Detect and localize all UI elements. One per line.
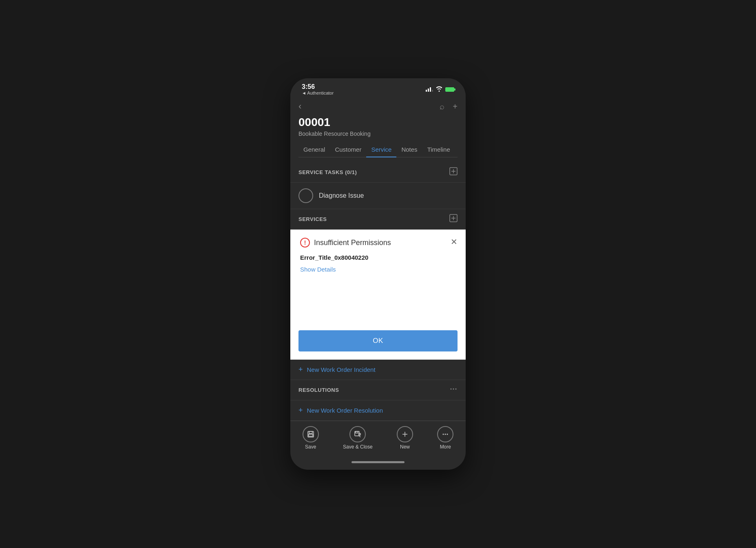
services-section: SERVICES <box>290 209 466 230</box>
resolutions-more-icon[interactable] <box>449 385 458 395</box>
modal-title: Insufficient Permissions <box>314 239 391 247</box>
services-add-icon[interactable] <box>449 214 458 224</box>
ok-button[interactable]: OK <box>298 330 458 351</box>
tab-notes[interactable]: Notes <box>396 143 422 157</box>
new-label: New <box>400 444 410 450</box>
tab-general[interactable]: General <box>298 143 330 157</box>
modal-overlay: ✕ ! Insufficient Permissions Error_Title… <box>290 230 466 360</box>
tab-customer[interactable]: Customer <box>330 143 366 157</box>
status-time: 3:56 <box>302 83 334 91</box>
svg-point-20 <box>447 434 448 435</box>
more-icon <box>437 426 453 442</box>
svg-point-7 <box>453 389 454 390</box>
error-icon: ! <box>300 238 310 247</box>
tab-timeline[interactable]: Timeline <box>422 143 455 157</box>
phone-frame: 3:56 ◄ Authenticator ‹ ⌕ + <box>290 78 466 470</box>
more-toolbar-item[interactable]: More <box>437 426 453 450</box>
add-resolution-label: New Work Order Resolution <box>307 407 383 414</box>
save-close-label: Save & Close <box>343 444 373 450</box>
service-tasks-section: SERVICE TASKS (0/1) Diagnose Issue <box>290 162 466 209</box>
add-button[interactable]: + <box>453 102 458 111</box>
add-incident-icon: + <box>298 365 303 374</box>
modal-spacer <box>300 273 456 322</box>
tab-service[interactable]: Service <box>366 143 396 157</box>
header-actions: ⌕ + <box>440 102 458 111</box>
task-item[interactable]: Diagnose Issue <box>290 183 466 209</box>
more-label: More <box>440 444 451 450</box>
save-close-icon <box>349 426 366 442</box>
service-tasks-title: SERVICE TASKS (0/1) <box>298 169 357 175</box>
status-icons <box>426 86 454 93</box>
add-work-order-incident-row[interactable]: + New Work Order Incident <box>290 360 466 380</box>
save-icon <box>303 426 319 442</box>
save-toolbar-item[interactable]: Save <box>303 426 319 450</box>
back-button[interactable]: ‹ <box>298 101 301 112</box>
bottom-toolbar: Save Save & Close New <box>290 421 466 458</box>
services-title: SERVICES <box>298 216 327 222</box>
svg-point-8 <box>455 389 457 390</box>
modal-dialog: ✕ ! Insufficient Permissions Error_Title… <box>290 230 466 330</box>
save-close-toolbar-item[interactable]: Save & Close <box>343 426 373 450</box>
service-tasks-add-icon[interactable] <box>449 167 458 177</box>
new-toolbar-item[interactable]: New <box>397 426 413 450</box>
svg-rect-11 <box>309 434 313 436</box>
record-id: 00001 <box>298 116 458 129</box>
record-type: Bookable Resource Booking <box>298 130 458 137</box>
status-carrier: ◄ Authenticator <box>302 91 334 95</box>
svg-point-6 <box>451 389 452 390</box>
new-icon <box>397 426 413 442</box>
task-status-circle <box>298 188 313 203</box>
home-indicator <box>290 458 466 470</box>
svg-rect-13 <box>356 431 358 433</box>
add-work-order-resolution-row[interactable]: + New Work Order Resolution <box>290 400 466 421</box>
nav-row: ‹ ⌕ + <box>298 101 458 112</box>
wifi-icon <box>435 86 443 93</box>
home-bar <box>351 461 405 463</box>
modal-title-row: ! Insufficient Permissions <box>300 238 456 247</box>
modal-close-button[interactable]: ✕ <box>451 237 458 247</box>
tabs: General Customer Service Notes Timeline <box>298 143 458 157</box>
status-bar: 3:56 ◄ Authenticator <box>290 78 466 98</box>
svg-rect-10 <box>309 431 312 433</box>
services-header: SERVICES <box>290 209 466 230</box>
bottom-content: + New Work Order Incident RESOLUTIONS + … <box>290 360 466 421</box>
add-incident-label: New Work Order Incident <box>307 366 376 373</box>
svg-point-19 <box>445 434 446 435</box>
app-header: ‹ ⌕ + 00001 Bookable Resource Booking Ge… <box>290 98 466 162</box>
error-code: Error_Title_0x80040220 <box>300 254 456 261</box>
battery-icon <box>445 87 454 92</box>
svg-point-18 <box>443 434 444 435</box>
add-resolution-icon: + <box>298 406 303 415</box>
svg-line-14 <box>359 435 360 437</box>
save-label: Save <box>305 444 316 450</box>
resolutions-title: RESOLUTIONS <box>298 387 339 393</box>
show-details-link[interactable]: Show Details <box>300 266 336 273</box>
svg-rect-15 <box>359 433 360 435</box>
search-button[interactable]: ⌕ <box>440 102 444 111</box>
task-name: Diagnose Issue <box>319 192 364 199</box>
resolutions-header: RESOLUTIONS <box>290 380 466 400</box>
service-tasks-header: SERVICE TASKS (0/1) <box>290 162 466 183</box>
signal-icon <box>426 87 433 92</box>
